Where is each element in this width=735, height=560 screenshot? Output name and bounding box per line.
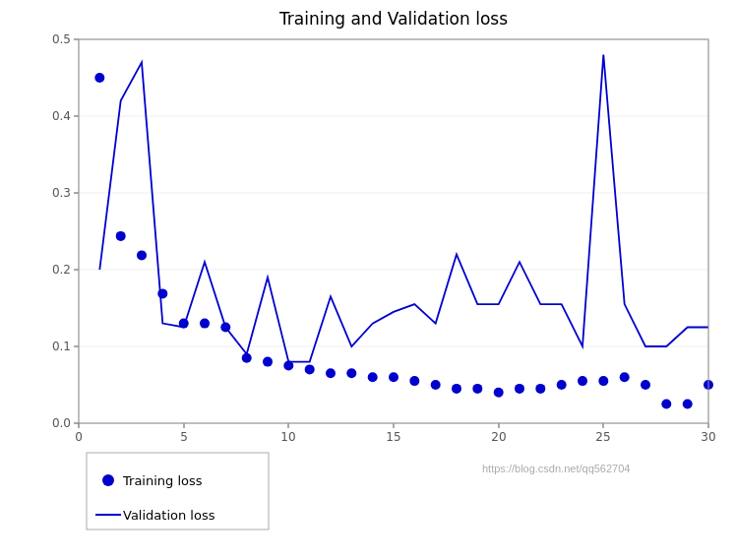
- train-dot-27: [641, 380, 650, 390]
- train-dot-12: [326, 368, 336, 378]
- x-tick-0: 0: [75, 430, 83, 444]
- train-dot-24: [578, 376, 587, 386]
- train-dot-26: [620, 372, 630, 382]
- train-dot-1: [94, 73, 104, 83]
- train-dot-8: [242, 353, 252, 363]
- train-dot-15: [389, 372, 398, 382]
- y-tick-1: 0.1: [52, 340, 71, 353]
- train-dot-29: [683, 400, 693, 409]
- x-tick-10: 10: [280, 430, 295, 444]
- y-tick-4: 0.4: [52, 109, 71, 123]
- y-tick-2: 0.2: [52, 263, 71, 277]
- train-dot-21: [515, 384, 524, 394]
- x-tick-30: 30: [701, 430, 715, 444]
- train-dot-3: [137, 250, 147, 260]
- train-dot-23: [557, 380, 567, 390]
- legend-training-icon: [102, 474, 114, 486]
- chart-title: Training and Validation loss: [278, 9, 508, 29]
- y-tick-0: 0.0: [52, 416, 71, 430]
- train-dot-5: [179, 319, 189, 329]
- y-tick-3: 0.3: [52, 186, 71, 200]
- train-dot-20: [494, 388, 504, 398]
- train-dot-10: [283, 361, 293, 371]
- train-dot-6: [200, 319, 210, 329]
- train-dot-2: [116, 231, 126, 241]
- x-tick-25: 25: [595, 430, 610, 444]
- train-dot-9: [263, 357, 273, 367]
- train-dot-22: [535, 384, 545, 394]
- train-dot-14: [368, 372, 378, 382]
- train-dot-25: [598, 376, 608, 386]
- train-dot-17: [431, 380, 441, 390]
- train-dot-19: [472, 384, 482, 394]
- train-dot-7: [220, 323, 230, 333]
- x-tick-20: 20: [491, 430, 506, 444]
- train-dot-28: [661, 400, 671, 409]
- legend-training-label: Training loss: [122, 473, 203, 488]
- x-tick-5: 5: [180, 430, 188, 444]
- train-dot-4: [157, 288, 167, 298]
- watermark: https://blog.csdn.net/qq562704: [482, 463, 630, 474]
- chart-container: 0.0 0.1 0.2 0.3 0.4 0.5 0 5 10 15 20 25 …: [0, 0, 735, 560]
- train-dot-11: [305, 364, 315, 374]
- svg-rect-0: [79, 39, 708, 423]
- train-dot-13: [346, 368, 356, 378]
- y-tick-5: 0.5: [52, 32, 71, 46]
- x-tick-15: 15: [386, 430, 400, 444]
- chart-area: 0.0 0.1 0.2 0.3 0.4 0.5 0 5 10 15 20 25 …: [52, 32, 716, 444]
- legend-validation-label: Validation loss: [123, 508, 215, 523]
- train-dot-16: [409, 376, 419, 386]
- train-dot-18: [452, 384, 461, 394]
